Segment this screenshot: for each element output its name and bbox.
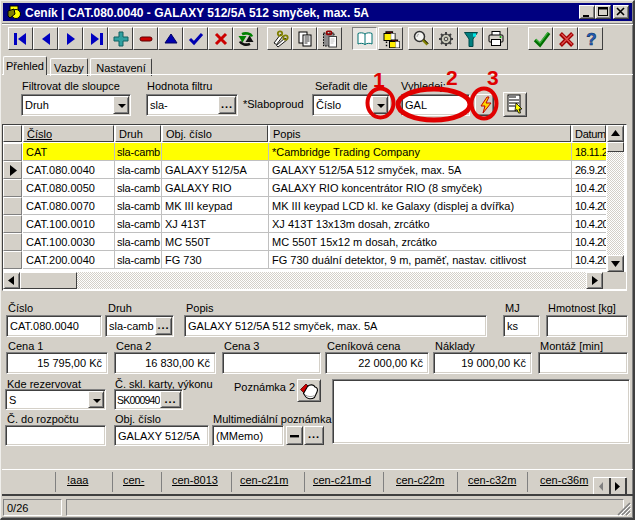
svg-text:3: 3 (487, 66, 499, 89)
svg-text:1: 1 (373, 68, 385, 91)
svg-text:2: 2 (446, 66, 458, 89)
